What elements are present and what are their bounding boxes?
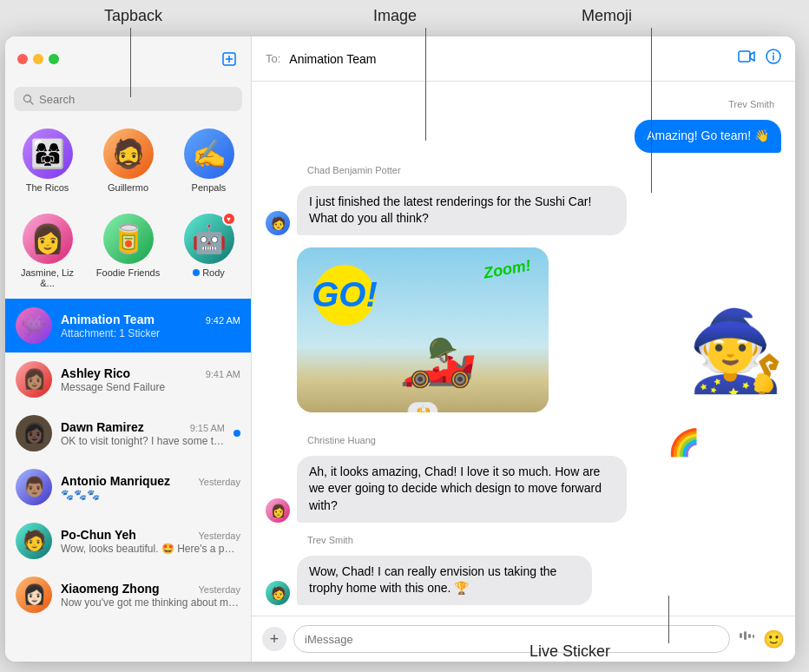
search-input[interactable] <box>39 93 233 106</box>
conversation-list: 👾 Animation Team 9:42 AM Attachment: 1 S… <box>5 299 251 662</box>
search-icon <box>23 94 34 105</box>
go-sticker: GO! <box>314 265 375 326</box>
jasmine-avatar: 👩 <box>23 214 73 264</box>
rody-unread-dot <box>193 269 200 276</box>
sushi-car-image: GO! Zoom! 🏎️ 🪖 <box>297 247 549 412</box>
chat-area: To: Animation Team <box>252 36 795 662</box>
dawn-unread-dot <box>233 430 240 437</box>
antonio-avatar: 👨🏽 <box>16 469 52 505</box>
ashley-details: Ashley Rico 9:41 AM Message Send Failure <box>61 366 240 393</box>
tapback-reaction[interactable]: 🙌 <box>408 402 438 412</box>
video-call-icon[interactable] <box>738 49 755 68</box>
rody-heart-badge: ♥ <box>222 212 236 226</box>
svg-rect-11 <box>748 634 751 638</box>
svg-point-8 <box>773 53 774 55</box>
compose-button[interactable] <box>220 49 239 69</box>
traffic-lights <box>17 54 59 64</box>
pinned-contact-jasmine[interactable]: 👩 Jasmine, Liz &... <box>9 210 86 292</box>
the-ricos-avatar-wrapper: 👩‍👩‍👧 <box>23 128 73 179</box>
xiaomeng-avatar: 👩🏻 <box>16 576 52 613</box>
the-ricos-name: The Ricos <box>26 182 69 193</box>
svg-rect-12 <box>753 635 754 638</box>
to-label: To: <box>266 52 280 65</box>
conv-item-pochun[interactable]: 🧑 Po-Chun Yeh Yesterday Wow, looks beaut… <box>5 514 251 568</box>
dawn-header: Dawn Ramirez 9:15 AM <box>61 420 225 434</box>
driver-emoji: 🪖 <box>428 336 458 365</box>
xiaomeng-time: Yesterday <box>198 584 240 595</box>
conv-item-dawn[interactable]: 👩🏿 Dawn Ramirez 9:15 AM OK to visit toni… <box>5 406 251 460</box>
xiaomeng-details: Xiaomeng Zhong Yesterday Now you've got … <box>61 582 240 609</box>
sidebar-titlebar <box>5 36 251 82</box>
rody-name: Rody <box>202 267 225 278</box>
pochun-details: Po-Chun Yeh Yesterday Wow, looks beautif… <box>61 528 240 555</box>
emoji-button[interactable]: 🙂 <box>763 629 785 649</box>
dawn-time: 9:15 AM <box>190 423 225 433</box>
pinned-contact-penpals[interactable]: ✍️ Penpals <box>170 125 247 196</box>
pochun-name: Po-Chun Yeh <box>61 528 136 542</box>
svg-rect-9 <box>740 633 742 638</box>
conv-item-xiaomeng[interactable]: 👩🏻 Xiaomeng Zhong Yesterday Now you've g… <box>5 568 251 622</box>
conv-item-ashley[interactable]: 👩🏽 Ashley Rico 9:41 AM Message Send Fail… <box>5 352 251 406</box>
chat-header: To: Animation Team <box>252 36 795 82</box>
ashley-name: Ashley Rico <box>61 366 130 380</box>
msg-row-chad-1: 🧑 I just finished the latest renderings … <box>266 186 781 235</box>
animation-team-preview: Attachment: 1 Sticker <box>61 327 240 339</box>
foodie-name: Foodie Friends <box>96 267 160 278</box>
penpals-avatar: ✍️ <box>184 128 234 179</box>
minimize-button[interactable] <box>33 54 43 64</box>
chad-avatar-1: 🧑 <box>266 211 290 235</box>
app-window: 👩‍👩‍👧 The Ricos 🧔 Guillermo ✍️ <box>5 36 795 662</box>
pochun-preview: Wow, looks beautiful. 🤩 Here's a photo o… <box>61 543 240 555</box>
chat-header-actions <box>738 49 781 69</box>
animation-team-header: Animation Team 9:42 AM <box>61 313 240 326</box>
ashley-header: Ashley Rico 9:41 AM <box>61 366 240 380</box>
memoji-annotation: Memoji <box>582 7 632 25</box>
add-button[interactable]: + <box>262 627 286 651</box>
foodie-avatar: 🥫 <box>103 214 154 264</box>
guillermo-avatar-wrapper: 🧔 <box>103 128 154 179</box>
message-input[interactable] <box>293 625 730 653</box>
the-ricos-avatar: 👩‍👩‍👧 <box>23 128 73 179</box>
bubble-trev-1: Amazing! Go team! 👋 <box>635 120 781 153</box>
conv-item-antonio[interactable]: 👨🏽 Antonio Manriquez Yesterday 🐾🐾🐾 <box>5 460 251 514</box>
rody-avatar-wrapper: 🤖 ♥ <box>184 214 234 264</box>
guillermo-avatar: 🧔 <box>103 128 154 179</box>
jasmine-avatar-wrapper: 👩 <box>23 214 73 264</box>
penpals-avatar-wrapper: ✍️ <box>184 128 234 179</box>
info-icon[interactable] <box>766 49 781 69</box>
antonio-preview: 🐾🐾🐾 <box>61 489 240 501</box>
bubble-christine-1: Ah, it looks amazing, Chad! I love it so… <box>297 456 627 523</box>
ashley-preview: Message Send Failure <box>61 381 240 393</box>
pinned-contact-rody[interactable]: 🤖 ♥ Rody <box>170 210 247 292</box>
sushi-car-image-bubble[interactable]: GO! Zoom! 🏎️ 🪖 ⬆ 🙌 <box>297 247 549 412</box>
chat-messages: Trev Smith Amazing! Go team! 👋 Chad Benj… <box>252 82 795 616</box>
conv-item-animation-team[interactable]: 👾 Animation Team 9:42 AM Attachment: 1 S… <box>5 299 251 352</box>
sender-trev-1: Trev Smith <box>266 99 781 109</box>
penpals-name: Penpals <box>192 182 227 193</box>
msg-row-image: 🧑 GO! Zoom! 🏎️ 🪖 ⬆ <box>266 247 781 412</box>
pinned-contact-guillermo[interactable]: 🧔 Guillermo <box>89 125 167 196</box>
bubble-trev-2: Wow, Chad! I can really envision us taki… <box>297 556 592 605</box>
image-annotation: Image <box>373 7 417 25</box>
animation-team-details: Animation Team 9:42 AM Attachment: 1 Sti… <box>61 313 240 339</box>
msg-row-christine-1: 👩 Ah, it looks amazing, Chad! I love it … <box>266 456 781 523</box>
fullscreen-button[interactable] <box>49 54 59 64</box>
svg-line-4 <box>30 101 33 103</box>
animation-team-time: 9:42 AM <box>206 315 240 326</box>
chat-input-area: + 🙂 <box>252 616 795 662</box>
pinned-contact-the-ricos[interactable]: 👩‍👩‍👧 The Ricos <box>9 125 86 196</box>
pinned-contact-foodie[interactable]: 🥫 Foodie Friends <box>89 210 167 292</box>
msg-row-trev-2: 🧑 Wow, Chad! I can really envision us ta… <box>266 556 781 605</box>
pinned-row-1: 👩‍👩‍👧 The Ricos 🧔 Guillermo ✍️ <box>5 118 251 203</box>
dawn-details: Dawn Ramirez 9:15 AM OK to visit tonight… <box>61 420 225 447</box>
chat-recipient: Animation Team <box>289 52 376 66</box>
antonio-header: Antonio Manriquez Yesterday <box>61 474 240 488</box>
bubble-chad-1: I just finished the latest renderings fo… <box>297 186 627 235</box>
sender-chad-1: Chad Benjamin Potter <box>266 165 781 175</box>
antonio-time: Yesterday <box>198 477 240 487</box>
audio-button[interactable] <box>737 628 756 651</box>
sender-christine-1: Christine Huang <box>266 435 781 445</box>
search-bar[interactable] <box>14 87 242 111</box>
close-button[interactable] <box>17 54 28 64</box>
pochun-time: Yesterday <box>198 530 240 541</box>
